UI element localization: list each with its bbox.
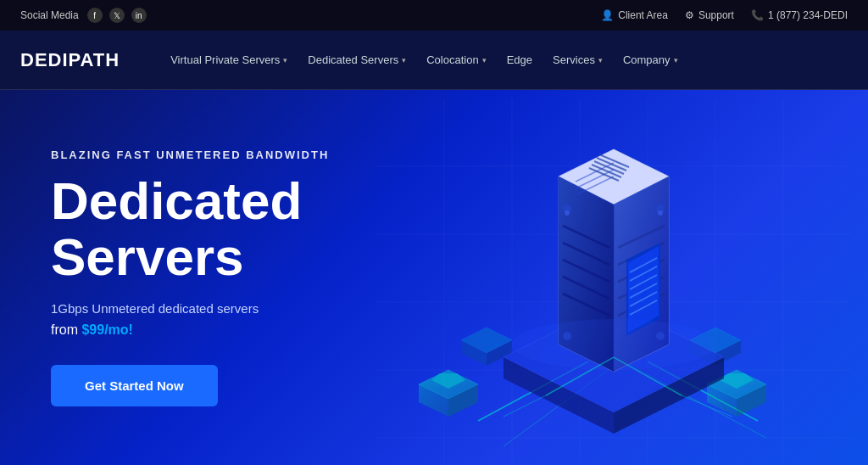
- user-icon: 👤: [601, 9, 614, 21]
- nav-item-company[interactable]: Company ▾: [615, 47, 687, 73]
- navbar: DEDIPATH Virtual Private Servers ▾ Dedic…: [0, 31, 868, 90]
- nav-item-dedicated[interactable]: Dedicated Servers ▾: [299, 47, 415, 73]
- price-value: $99/mo!: [81, 322, 132, 337]
- hero-illustration: [359, 90, 868, 465]
- linkedin-icon[interactable]: in: [131, 8, 147, 23]
- support-link[interactable]: ⚙ Support: [685, 9, 734, 21]
- social-media-label: Social Media: [20, 9, 79, 21]
- nav-item-vps[interactable]: Virtual Private Servers ▾: [162, 47, 296, 73]
- logo[interactable]: DEDIPATH: [20, 49, 120, 71]
- server-illustration: [376, 98, 851, 463]
- top-bar-right: 👤 Client Area ⚙ Support 📞 1 (877) 234-DE…: [601, 9, 848, 21]
- twitter-icon[interactable]: 𝕏: [109, 8, 125, 23]
- chevron-down-icon: ▾: [283, 56, 287, 64]
- nav-item-services[interactable]: Services ▾: [544, 47, 611, 73]
- social-icons: f 𝕏 in: [87, 8, 147, 23]
- nav-items: Virtual Private Servers ▾ Dedicated Serv…: [162, 47, 848, 73]
- chevron-down-icon: ▾: [598, 56, 603, 64]
- cta-button[interactable]: Get Started Now: [51, 365, 218, 406]
- phone-link[interactable]: 📞 1 (877) 234-DEDI: [751, 9, 848, 21]
- svg-point-58: [565, 210, 570, 216]
- hero-section: BLAZING FAST UNMETERED BANDWIDTH Dedicat…: [0, 90, 868, 465]
- hero-title: Dedicated Servers: [51, 173, 329, 283]
- phone-icon: 📞: [751, 9, 764, 21]
- hero-description: 1Gbps Unmetered dedicated servers: [51, 301, 329, 316]
- svg-line-70: [504, 395, 546, 417]
- facebook-icon[interactable]: f: [87, 8, 103, 23]
- hero-subtitle: BLAZING FAST UNMETERED BANDWIDTH: [51, 148, 329, 161]
- svg-point-72: [512, 319, 715, 370]
- hero-price: from $99/mo!: [51, 322, 329, 338]
- logo-text: DEDIPATH: [20, 49, 120, 71]
- chevron-down-icon: ▾: [674, 56, 678, 64]
- nav-item-edge[interactable]: Edge: [498, 47, 541, 73]
- top-bar-left: Social Media f 𝕏 in: [20, 8, 147, 23]
- hero-content: BLAZING FAST UNMETERED BANDWIDTH Dedicat…: [0, 148, 380, 406]
- nav-item-colocation[interactable]: Colocation ▾: [418, 47, 494, 73]
- client-area-link[interactable]: 👤 Client Area: [601, 9, 668, 21]
- chevron-down-icon: ▾: [402, 56, 406, 64]
- top-bar: Social Media f 𝕏 in 👤 Client Area ⚙ Supp…: [0, 0, 868, 31]
- chevron-down-icon: ▾: [482, 56, 487, 64]
- support-icon: ⚙: [685, 9, 694, 21]
- svg-point-60: [658, 210, 663, 216]
